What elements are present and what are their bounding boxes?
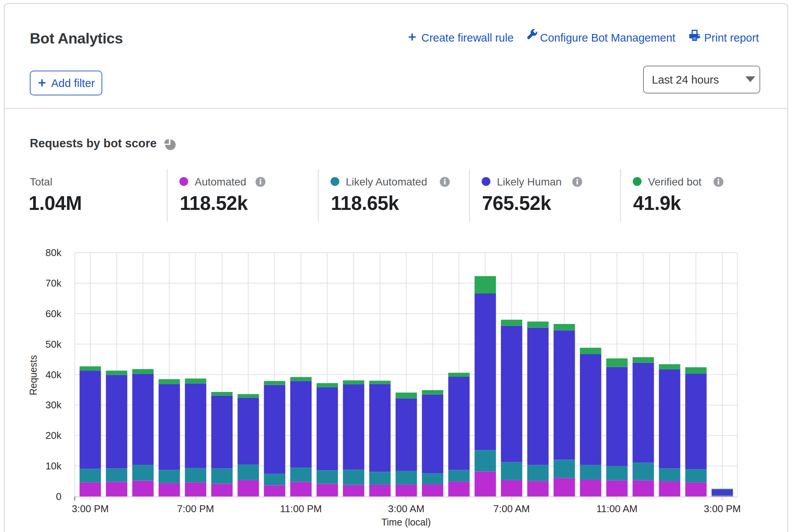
svg-text:7:00 AM: 7:00 AM bbox=[493, 503, 530, 514]
svg-text:3:00 PM: 3:00 PM bbox=[72, 503, 109, 514]
svg-text:11:00 AM: 11:00 AM bbox=[597, 503, 638, 514]
svg-text:10k: 10k bbox=[45, 460, 62, 472]
svg-text:11:00 PM: 11:00 PM bbox=[280, 503, 322, 514]
svg-text:20k: 20k bbox=[45, 430, 62, 441]
svg-text:30k: 30k bbox=[45, 399, 62, 411]
svg-text:3:00 AM: 3:00 AM bbox=[388, 503, 424, 514]
svg-text:3:00 PM: 3:00 PM bbox=[704, 503, 741, 514]
svg-text:70k: 70k bbox=[45, 277, 62, 289]
svg-text:60k: 60k bbox=[45, 308, 62, 319]
svg-text:40k: 40k bbox=[45, 369, 62, 380]
svg-text:Requests: Requests bbox=[28, 355, 39, 395]
svg-text:0: 0 bbox=[56, 491, 61, 502]
svg-text:50k: 50k bbox=[45, 339, 62, 350]
svg-text:Time (local): Time (local) bbox=[381, 517, 431, 527]
svg-text:80k: 80k bbox=[45, 247, 62, 258]
svg-text:7:00 PM: 7:00 PM bbox=[177, 503, 214, 514]
